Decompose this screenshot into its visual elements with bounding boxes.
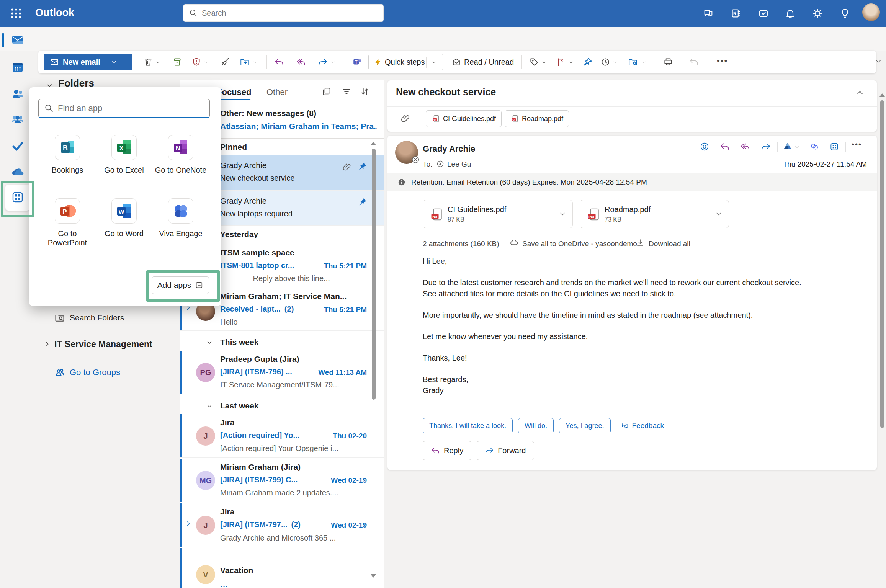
recipient-name[interactable]: Lee Gu — [447, 160, 471, 168]
reading-scrollbar-up-arrow[interactable] — [879, 93, 885, 97]
sweep-icon[interactable] — [221, 57, 230, 67]
expand-chevron-icon[interactable] — [185, 520, 192, 528]
app-label[interactable]: Viva Engage — [152, 229, 209, 238]
teams-chat-icon[interactable] — [703, 8, 714, 19]
global-search[interactable] — [183, 4, 384, 22]
print-icon[interactable] — [663, 57, 673, 67]
attachment-chip[interactable]: PDF CI Guidelines.pdf — [426, 110, 502, 127]
settings-gear-icon[interactable] — [812, 8, 823, 19]
quick-steps-button[interactable]: Quick steps — [368, 54, 443, 70]
tips-lightbulb-icon[interactable] — [840, 8, 850, 19]
delete-icon[interactable] — [143, 57, 153, 67]
suggested-reply-button[interactable]: Thanks. I will take a look. — [423, 418, 513, 433]
quick-steps-chevron-icon[interactable] — [432, 60, 437, 65]
attachment-card[interactable]: PDF Roadmap.pdf 73 KB — [580, 200, 729, 228]
forward-icon[interactable] — [761, 142, 771, 152]
rail-groups-icon[interactable] — [11, 113, 24, 126]
list-scrollbar-down-arrow[interactable] — [371, 574, 376, 578]
app-tile-word[interactable]: W — [111, 198, 137, 224]
attachment-chevron-icon[interactable] — [559, 210, 566, 218]
new-email-chevron-icon[interactable] — [111, 59, 118, 65]
addin-chevron-icon[interactable] — [794, 144, 800, 150]
apps-grid-icon[interactable] — [829, 142, 839, 152]
collapse-chevron-up-icon[interactable] — [855, 88, 865, 97]
categorize-tag-icon[interactable] — [529, 57, 539, 67]
forward-button[interactable]: Forward — [477, 441, 534, 460]
tab-focused[interactable]: Focused — [217, 87, 251, 97]
move-to-chevron-icon[interactable] — [253, 60, 258, 65]
search-folders-item[interactable]: Search Folders — [70, 313, 124, 322]
app-tile-viva-engage[interactable] — [168, 198, 193, 224]
report-icon[interactable] — [191, 57, 201, 67]
rules-chevron-icon[interactable] — [641, 60, 646, 65]
share-to-teams-icon[interactable]: T — [352, 57, 362, 67]
itsm-folder-item[interactable]: IT Service Management — [54, 339, 152, 350]
feedback-link[interactable]: Feedback — [621, 421, 664, 430]
go-to-groups-link[interactable]: Go to Groups — [70, 368, 120, 377]
notifications-bell-icon[interactable] — [785, 8, 796, 19]
app-tile-onenote[interactable]: N — [168, 135, 193, 160]
pin-icon[interactable] — [583, 57, 593, 67]
rail-todo-check-icon[interactable] — [11, 140, 24, 153]
section-collapse-chevron-icon[interactable] — [206, 339, 213, 346]
rail-people-icon[interactable] — [11, 88, 24, 101]
delete-chevron-icon[interactable] — [155, 60, 161, 65]
rail-onedrive-icon[interactable] — [11, 166, 25, 180]
app-label[interactable]: Go to PowerPoint — [39, 229, 96, 247]
add-apps-button[interactable]: Add apps — [152, 276, 209, 294]
itsm-expand-chevron-icon[interactable] — [43, 340, 51, 348]
app-label[interactable]: Go to Word — [95, 229, 153, 238]
rail-apps-grid-icon[interactable] — [11, 191, 24, 203]
new-email-button[interactable]: New email — [44, 54, 132, 70]
pin-icon[interactable] — [358, 162, 368, 172]
list-scrollbar-thumb[interactable] — [372, 149, 376, 400]
reading-scrollbar-thumb[interactable] — [880, 100, 884, 428]
reply-icon[interactable] — [720, 142, 730, 152]
list-item[interactable]: PG Pradeep Gupta (Jira) [JIRA] (ITSM-796… — [180, 351, 384, 394]
suggested-reply-button[interactable]: Will do. — [518, 418, 554, 433]
forward-icon[interactable] — [318, 57, 328, 67]
download-all-link[interactable]: Download all — [649, 240, 690, 248]
go-to-groups-icon[interactable] — [54, 367, 66, 378]
section-collapse-chevron-icon[interactable] — [206, 403, 213, 410]
search-input[interactable] — [202, 9, 378, 18]
reactions-smiley-icon[interactable] — [700, 142, 709, 152]
attachment-chip[interactable]: PDF Roadmap.pdf — [505, 110, 569, 127]
categorize-chevron-icon[interactable] — [541, 60, 547, 65]
archive-icon[interactable] — [172, 57, 182, 67]
message-more-options[interactable]: ••• — [852, 140, 862, 149]
read-unread-button[interactable]: Read / Unread — [452, 54, 514, 70]
more-options-button[interactable]: ••• — [717, 56, 728, 66]
todo-icon[interactable] — [758, 8, 769, 19]
move-to-icon[interactable] — [240, 57, 250, 67]
viva-insights-icon[interactable] — [809, 142, 819, 152]
app-label[interactable]: Bookings — [39, 165, 96, 175]
snooze-chevron-icon[interactable] — [613, 60, 618, 65]
list-item[interactable]: J Jira [Action required] Yo... Thu 02-20… — [180, 414, 384, 458]
onenote-feed-icon[interactable] — [731, 8, 741, 19]
suggested-reply-button[interactable]: Yes, I agree. — [559, 418, 610, 433]
app-tile-powerpoint[interactable]: P — [55, 198, 80, 224]
search-folders-icon[interactable] — [54, 312, 65, 323]
undo-icon[interactable] — [689, 57, 699, 67]
reply-button[interactable]: Reply — [423, 441, 471, 460]
user-avatar[interactable] — [862, 3, 880, 21]
reply-all-icon[interactable] — [296, 57, 306, 67]
list-scrollbar-up-arrow[interactable] — [371, 142, 376, 145]
flag-icon[interactable] — [556, 57, 566, 67]
sender-name[interactable]: Grady Archie — [423, 144, 475, 154]
forward-chevron-icon[interactable] — [330, 60, 335, 65]
app-label[interactable]: Go to Excel — [95, 165, 153, 175]
attachment-chevron-icon[interactable] — [715, 210, 723, 218]
snooze-clock-icon[interactable] — [600, 57, 610, 67]
list-item[interactable]: MG Miriam Graham (Jira) [JIRA] (ITSM-799… — [180, 459, 384, 502]
reply-icon[interactable] — [274, 57, 284, 67]
rules-icon[interactable] — [628, 57, 638, 67]
rail-calendar-icon[interactable] — [11, 61, 24, 74]
list-item[interactable]: V Vacation … — [180, 548, 384, 588]
reply-all-icon[interactable] — [740, 142, 750, 152]
app-launcher-waffle-icon[interactable] — [9, 7, 23, 20]
flag-chevron-icon[interactable] — [568, 60, 574, 65]
sort-icon[interactable] — [360, 87, 370, 96]
find-app-input[interactable] — [58, 103, 204, 113]
